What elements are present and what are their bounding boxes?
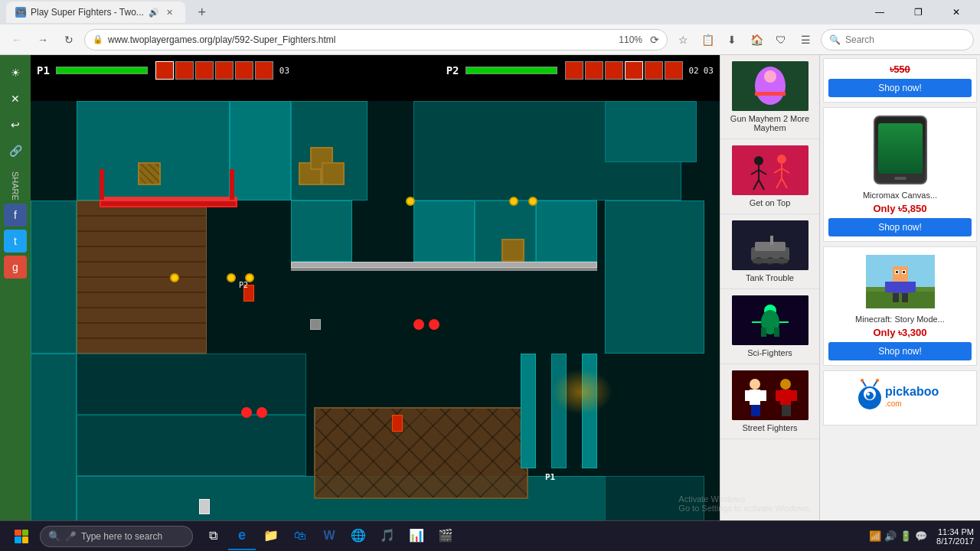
p1-weapon4: [215, 61, 234, 80]
browser-frame: 🎮 Play Super Fighters - Two... 🔊 ✕ + — ❐…: [0, 0, 980, 551]
bridge-support1: [100, 169, 104, 200]
address-bar[interactable]: 🔒 www.twoplayergames.org/play/592-Super_…: [84, 29, 668, 51]
search-bar[interactable]: 🔍: [821, 29, 974, 51]
player1-char: [392, 415, 403, 432]
reading-list-button[interactable]: 📋: [697, 29, 718, 51]
game-item-street-fighters[interactable]: Street Fighters: [720, 364, 819, 439]
store-icon: 🛍: [294, 529, 306, 543]
svg-rect-50: [885, 282, 893, 292]
close-button[interactable]: ✕: [939, 2, 974, 23]
taskbar-app9[interactable]: 🎬: [432, 523, 459, 550]
taskbar-right: 📶 🔊 🔋 💬 11:34 PM 8/17/2017: [864, 527, 974, 546]
game-item-gun-mayhem[interactable]: Gun Mayhem 2 More Mayhem: [720, 55, 819, 139]
facebook-icon[interactable]: f: [4, 204, 27, 227]
p2-weapon5: [645, 61, 663, 80]
taskbar-date-text: 8/17/2017: [936, 536, 974, 546]
p2-weapons: [565, 61, 683, 80]
platform-bar: [291, 262, 597, 268]
sidebar-refresh-icon[interactable]: ↩: [4, 113, 27, 136]
p1-weapon1: [155, 61, 174, 80]
taskbar-explorer[interactable]: 📁: [257, 523, 285, 550]
menu-button[interactable]: ☰: [795, 29, 816, 51]
browser-tab[interactable]: 🎮 Play Super Fighters - Two... 🔊 ✕: [6, 2, 185, 23]
notification-area: 📶 🔊 🔋 💬: [864, 530, 932, 542]
game-hud: P1 03 P2: [31, 55, 720, 86]
svg-point-5: [754, 156, 763, 165]
game-item-get-on-top[interactable]: Get on Top: [720, 139, 819, 214]
p2-weapon2: [585, 61, 603, 80]
ad2-shop-button[interactable]: Shop now!: [828, 218, 972, 236]
search-input[interactable]: [845, 34, 952, 45]
coin4: [406, 197, 415, 206]
minimize-button[interactable]: —: [862, 2, 897, 23]
volume-icon[interactable]: 🔊: [884, 530, 897, 542]
ad2-price: Only ৳5,850: [873, 203, 926, 215]
sidebar-close-icon[interactable]: ✕: [4, 87, 27, 110]
bookmark-button[interactable]: ☆: [672, 29, 694, 51]
pipe-vertical3: [582, 354, 597, 468]
notification-icon[interactable]: 💬: [915, 530, 927, 542]
game-thumb-get-on-top: [732, 145, 808, 195]
search-icon: 🔍: [829, 34, 841, 45]
p1-ammo: 03: [279, 66, 289, 76]
coin6: [528, 197, 537, 206]
ad1-shop-button[interactable]: Shop now!: [828, 79, 972, 97]
taskbar-apps: ⧉ e 📁 🛍 W 🌐 🎵 📊 🎬: [199, 523, 459, 550]
ad-item-pickaboo[interactable]: pickaboo .com: [823, 370, 977, 425]
taskbar-app7[interactable]: 🎵: [374, 523, 401, 550]
taskbar-store[interactable]: 🛍: [286, 523, 314, 550]
network-icon[interactable]: 📶: [869, 530, 881, 542]
battery-icon[interactable]: 🔋: [900, 530, 912, 542]
reload-button[interactable]: ↻: [58, 29, 80, 51]
wall-right: [605, 201, 704, 354]
forward-button[interactable]: →: [32, 29, 54, 51]
svg-rect-57: [903, 271, 905, 273]
svg-rect-40: [780, 390, 791, 405]
p2-weapon1: [565, 61, 583, 80]
windows-logo: [15, 530, 28, 543]
taskbar-task-view[interactable]: ⧉: [199, 523, 227, 550]
taskbar-chrome[interactable]: 🌐: [345, 523, 372, 550]
win-quad-4: [22, 536, 29, 543]
p2-ammo2: 03: [704, 66, 714, 76]
wall-top-mid: [230, 101, 291, 201]
back-button[interactable]: ←: [6, 29, 28, 51]
sidebar-brightness-icon[interactable]: ☀: [4, 61, 27, 84]
taskbar-edge[interactable]: e: [228, 523, 256, 550]
svg-point-64: [861, 379, 864, 382]
micromax-phone-img: [874, 116, 927, 184]
sidebar-share-icon[interactable]: 🔗: [4, 139, 27, 162]
bridge-support2: [230, 169, 234, 200]
taskbar-clock[interactable]: 11:34 PM 8/17/2017: [936, 527, 974, 546]
svg-rect-38: [756, 405, 760, 416]
app9-icon: 🎬: [438, 528, 453, 543]
svg-point-60: [866, 392, 874, 399]
svg-rect-41: [776, 390, 782, 401]
start-button[interactable]: [6, 521, 37, 552]
game-item-sci-fighters[interactable]: Sci-Fighters: [720, 289, 819, 364]
tab-audio-icon: 🔊: [149, 8, 159, 18]
p1-weapon5: [235, 61, 253, 80]
taskbar-app8[interactable]: 📊: [403, 523, 430, 550]
game-thumb-street-fighters: [732, 370, 808, 420]
twitter-icon[interactable]: t: [4, 230, 27, 253]
new-tab-button[interactable]: +: [191, 2, 213, 23]
health-orb4: [256, 407, 267, 418]
inline-reload-icon[interactable]: ⟳: [650, 34, 659, 46]
tab-close-button[interactable]: ✕: [164, 6, 176, 18]
game-thumb-gun-mayhem: [732, 61, 808, 111]
ad3-shop-button[interactable]: Shop now!: [828, 342, 972, 360]
taskbar-search[interactable]: 🔍 🎤 Type here to search: [40, 526, 193, 547]
security-icon: 🔒: [93, 34, 103, 44]
maximize-button[interactable]: ❐: [900, 2, 936, 23]
nav-bar: ← → ↻ 🔒 www.twoplayergames.org/play/592-…: [0, 24, 980, 55]
game-area[interactable]: P1 03 P2: [31, 55, 720, 551]
taskbar-word[interactable]: W: [315, 523, 343, 550]
google-icon[interactable]: g: [4, 256, 27, 279]
shield-button[interactable]: 🛡: [770, 29, 792, 51]
download-button[interactable]: ⬇: [721, 29, 743, 51]
svg-point-39: [780, 379, 791, 390]
task-view-icon: ⧉: [209, 529, 217, 543]
home-button[interactable]: 🏠: [746, 29, 767, 51]
game-item-tank-trouble[interactable]: Tank Trouble: [720, 214, 819, 289]
